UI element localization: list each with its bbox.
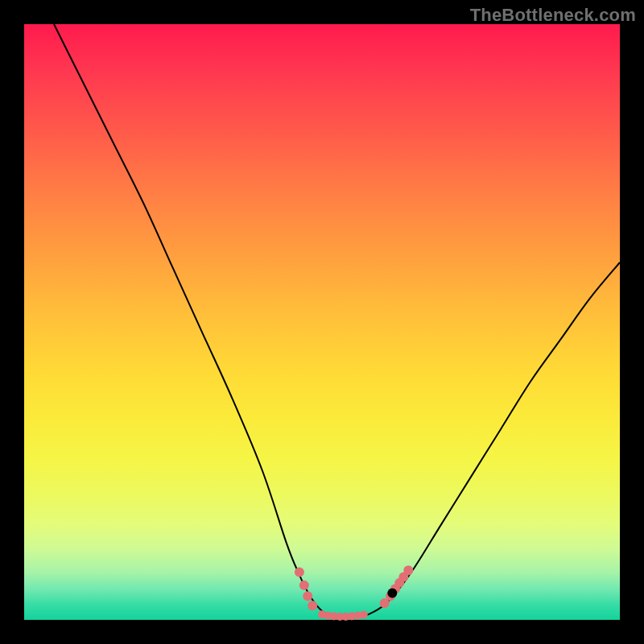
marker-dot — [303, 591, 312, 601]
plot-area — [24, 24, 620, 620]
marker-dot — [387, 588, 397, 598]
watermark-text: TheBottleneck.com — [470, 5, 636, 26]
marker-dot — [403, 566, 413, 576]
marker-dot — [299, 580, 309, 590]
chart-frame: TheBottleneck.com — [0, 0, 644, 644]
marker-dot — [295, 568, 304, 577]
marker-dot — [360, 611, 368, 619]
marker-dot — [308, 601, 317, 610]
bottleneck-curve-svg — [24, 24, 620, 620]
bottleneck-curve — [54, 24, 620, 617]
marker-layer — [295, 566, 413, 621]
